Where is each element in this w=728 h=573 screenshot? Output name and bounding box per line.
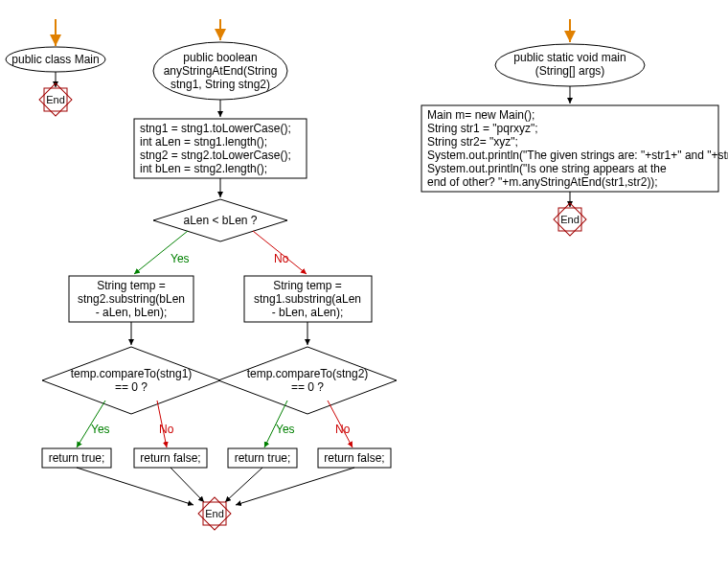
yes-proc-l1: String temp = <box>97 279 166 292</box>
init-l2: int aLen = stng1.length(); <box>140 135 267 149</box>
svg-text:End: End <box>560 214 580 225</box>
no-label: No <box>159 423 174 436</box>
main-decl-l1: public static void main <box>513 51 626 64</box>
no-proc-l1: String temp = <box>273 279 342 292</box>
class-decl-text: public class Main <box>11 53 99 66</box>
yes-label: Yes <box>171 252 190 265</box>
return-false-1: return false; <box>140 451 200 465</box>
init-l1: stng1 = stng1.toLowerCase(); <box>140 122 291 135</box>
cmp1-l1: temp.compareTo(stng1) <box>71 367 193 380</box>
main-body-l2: String str1 = "pqrxyz"; <box>427 122 538 135</box>
main-body-l3: String str2= "xyz"; <box>427 135 518 149</box>
main-decl-l2: (String[] args) <box>535 64 605 78</box>
cmp2-l1: temp.compareTo(stng2) <box>247 367 369 380</box>
main-body-l1: Main m= new Main(); <box>427 108 535 122</box>
yes-proc-l3: - aLen, bLen); <box>96 306 168 319</box>
cmp2-l2: == 0 ? <box>291 380 324 394</box>
no-proc-l2: stng1.substring(aLen <box>254 292 361 306</box>
no-label: No <box>335 423 351 436</box>
yes-proc-l2: stng2.substring(bLen <box>78 292 185 306</box>
end-node-2: End <box>198 497 231 530</box>
svg-text:End: End <box>46 94 65 105</box>
svg-text:End: End <box>205 508 224 519</box>
main-body-l4: System.out.println("The given strings ar… <box>427 149 728 162</box>
end-node-3: End <box>554 203 586 236</box>
no-label: No <box>274 252 289 265</box>
method-decl-l1: public boolean <box>183 51 257 64</box>
end-node-1: End <box>39 83 72 116</box>
main-body-l6: end of other? "+m.anyStringAtEnd(str1,st… <box>427 175 658 189</box>
init-l3: stng2 = stng2.toLowerCase(); <box>140 149 291 162</box>
yes-label: Yes <box>91 423 110 436</box>
init-l4: int bLen = stng2.length(); <box>140 162 267 175</box>
cmp1-l2: == 0 ? <box>115 380 148 394</box>
method-decl-l2: anyStringAtEnd(String <box>164 64 278 78</box>
main-body-l5: System.out.println("Is one string appear… <box>427 162 667 175</box>
method-decl-l3: stng1, String stng2) <box>171 78 270 91</box>
return-false-2: return false; <box>324 451 384 465</box>
return-true-2: return true; <box>235 451 291 465</box>
edge <box>171 468 204 502</box>
len-decision-text: aLen < bLen ? <box>183 214 257 227</box>
edge <box>236 468 354 505</box>
no-proc-l3: - bLen, aLen); <box>272 306 344 319</box>
return-true-1: return true; <box>49 451 105 465</box>
flowchart-canvas: public class Main End public boolean any… <box>0 0 728 573</box>
yes-label: Yes <box>276 423 295 436</box>
edge <box>225 468 262 502</box>
